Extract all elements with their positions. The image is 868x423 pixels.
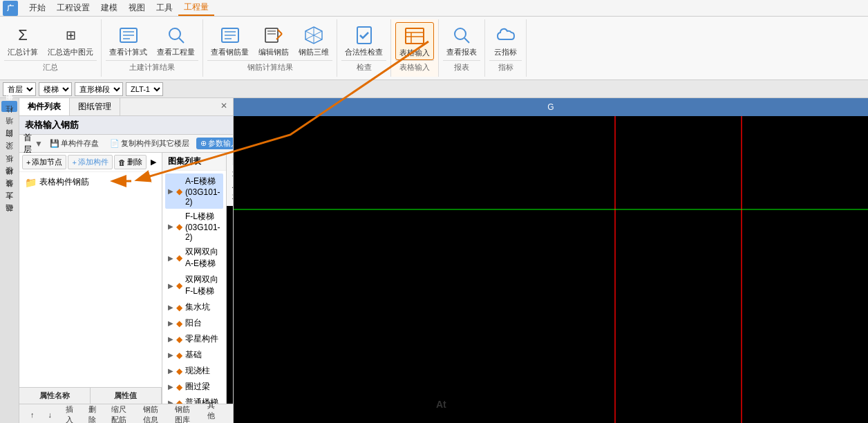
sidebar-tab-column[interactable]: 柱 xyxy=(1,113,17,124)
sidebar-tab-stair[interactable]: 楼梯 xyxy=(1,176,17,187)
menu-view[interactable]: 视图 xyxy=(123,1,151,15)
btn-other[interactable]: 其他 ▼ xyxy=(202,399,227,423)
cloud-index-label: 云指标 xyxy=(494,48,517,57)
btn-delete[interactable]: 删除 xyxy=(83,403,103,423)
tree-root-item[interactable]: 📁 表格构件钢筋 xyxy=(22,175,159,189)
btn-insert[interactable]: 插入 xyxy=(60,403,80,423)
menu-bar: 广 开始 工程设置 建模 视图 工具 工程量 xyxy=(0,0,868,17)
atlas-item-3[interactable]: ▶ ◆ 双网双向F-L楼梯 xyxy=(165,272,223,299)
atlas-item-2[interactable]: ▶ ◆ 双网双向A-E楼梯 xyxy=(165,244,223,272)
edit-rebar-button[interactable]: 编辑钢筋 xyxy=(255,22,292,59)
atlas-arrow-6: ▶ xyxy=(168,335,173,343)
table-input-label: 表格输入 xyxy=(399,48,430,57)
sum-selected-label: 汇总选中图元 xyxy=(48,48,93,57)
sidebar-tab-earthwork[interactable]: 土方 xyxy=(1,200,17,212)
view-quantity-button[interactable]: 查看工程量 xyxy=(153,22,198,59)
menu-start[interactable]: 开始 xyxy=(23,1,51,15)
type-select[interactable]: 楼梯 xyxy=(39,82,72,96)
sidebar-tab-foundation[interactable]: 基础 xyxy=(1,213,17,224)
atlas-arrow-3: ▶ xyxy=(168,282,173,290)
atlas-item-7[interactable]: ▶ ◆ 基础 xyxy=(165,347,223,363)
btn-scale-rebar[interactable]: 缩尺配筋 xyxy=(106,403,135,423)
tab-drawing-manage[interactable]: 图纸管理 xyxy=(70,98,120,115)
cad-title: G xyxy=(547,102,554,112)
prop-value-header: 属性值 xyxy=(91,388,162,404)
atlas-item-4[interactable]: ▶ ◆ 集水坑 xyxy=(165,299,223,315)
cloud-icon xyxy=(495,24,517,46)
sidebar-tab-common[interactable]: 常用 xyxy=(1,101,17,112)
sum-selected-icon: ⊞ xyxy=(59,24,82,46)
at-annotation: At xyxy=(436,399,446,410)
add-component-btn[interactable]: + 添加构件 xyxy=(68,155,112,169)
sidebar-tab-wall[interactable]: 墙 xyxy=(1,126,17,137)
atlas-icon-5: ◆ xyxy=(176,319,182,328)
atlas-item-0[interactable]: ▶ ◆ A-E楼梯(03G101-2) xyxy=(165,173,223,209)
sidebar-tab-door[interactable]: 门窗 xyxy=(1,138,17,149)
menu-tools[interactable]: 工具 xyxy=(151,1,178,15)
group-table-label: 表格输入 xyxy=(395,60,434,74)
sidebar-tab-slab[interactable]: 板 xyxy=(1,163,17,174)
panel-close-button[interactable]: ✕ xyxy=(215,98,233,115)
atlas-item-6[interactable]: ▶ ◆ 零星构件 xyxy=(165,331,223,347)
copy-floor-btn[interactable]: 📄 复制构件到其它楼层 xyxy=(106,137,194,150)
sum-calc-button[interactable]: Σ 汇总计算 xyxy=(4,22,41,59)
menu-project-settings[interactable]: 工程设置 xyxy=(51,1,95,15)
floor-select[interactable]: 首层 xyxy=(3,82,36,96)
atlas-label-4: 集水坑 xyxy=(185,301,210,313)
atlas-arrow-2: ▶ xyxy=(168,254,173,262)
group-report-label: 报表 xyxy=(443,60,480,74)
atlas-label-3: 双网双向F-L楼梯 xyxy=(185,274,220,297)
atlas-header: 图集列表 xyxy=(162,153,226,171)
subtype-select[interactable]: 直形梯段 xyxy=(75,82,123,96)
atlas-item-1[interactable]: ▶ ◆ F-L楼梯(03G101-2) xyxy=(165,209,223,244)
cad-canvas[interactable] xyxy=(234,116,868,423)
btn-up[interactable]: ↑ xyxy=(25,409,40,420)
atlas-item-9[interactable]: ▶ ◆ 圈过梁 xyxy=(165,379,223,395)
tab-component-list[interactable]: 构件列表 xyxy=(19,98,70,115)
btn-down[interactable]: ↓ xyxy=(43,409,58,420)
atlas-arrow-1: ▶ xyxy=(168,223,173,230)
sidebar-tab-decoration[interactable]: 装修 xyxy=(1,188,17,199)
delete-label: 删除 xyxy=(127,157,142,167)
sidebar-tab-beam[interactable]: 梁 xyxy=(1,151,17,162)
view-rebar-button[interactable]: 查看钢筋量 xyxy=(207,22,252,59)
floor-selector-arrow: ▼ xyxy=(35,139,43,149)
app-logo: 广 xyxy=(3,1,18,16)
add-node-btn[interactable]: + 添加节点 xyxy=(22,155,66,169)
btn-rebar-info[interactable]: 钢筋信息 xyxy=(138,403,167,423)
folder-icon: 📁 xyxy=(25,177,37,188)
rebar-3d-icon xyxy=(303,24,325,46)
atlas-label-9: 圈过梁 xyxy=(185,381,210,393)
svg-rect-20 xyxy=(406,28,424,44)
ribbon-group-table-input: 表格输入 表格输入 xyxy=(391,19,439,77)
menu-quantity[interactable]: 工程量 xyxy=(178,0,214,16)
copy-icon: 📄 xyxy=(110,139,120,148)
svg-line-5 xyxy=(179,38,184,43)
floor-selector-row: 首层 ▼ 💾 单构件存盘 📄 复制构件到其它楼层 ⊕ 参数输入 xyxy=(19,135,233,153)
atlas-arrow-4: ▶ xyxy=(168,303,173,311)
atlas-label-6: 零星构件 xyxy=(185,333,218,345)
sum-icon: Σ xyxy=(12,24,34,46)
sum-selected-button[interactable]: ⊞ 汇总选中图元 xyxy=(44,22,97,59)
view-report-button[interactable]: 查看报表 xyxy=(443,22,480,59)
table-input-button[interactable]: 表格输入 xyxy=(395,22,434,60)
param-input-btn[interactable]: ⊕ 参数输入 xyxy=(196,138,233,149)
view-calc-button[interactable]: 查看计算式 xyxy=(106,22,151,59)
btn-rebar-library[interactable]: 钢筋图库 xyxy=(169,403,198,423)
atlas-item-8[interactable]: ▶ ◆ 现浇柱 xyxy=(165,363,223,379)
code-select[interactable]: ZLT-1 xyxy=(126,82,163,96)
save-single-label: 单构件存盘 xyxy=(61,138,99,149)
legality-check-button[interactable]: 合法性检查 xyxy=(341,22,386,59)
rebar-3d-button[interactable]: 钢筋三维 xyxy=(295,22,332,59)
menu-build[interactable]: 建模 xyxy=(95,1,123,15)
delete-btn[interactable]: 🗑 删除 xyxy=(114,155,147,169)
left-sidebar: 常用 柱 墙 门窗 梁 板 楼梯 装修 土方 基础 xyxy=(0,98,19,423)
cad-line-2 xyxy=(741,116,742,423)
atlas-item-5[interactable]: ▶ ◆ 阳台 xyxy=(165,315,223,331)
atlas-icon-3: ◆ xyxy=(176,281,182,290)
save-single-btn[interactable]: 💾 单构件存盘 xyxy=(46,137,103,150)
group-tujian-label: 土建计算结果 xyxy=(106,60,198,74)
tree-more-btn[interactable]: ▶ xyxy=(148,156,159,168)
cloud-index-button[interactable]: 云指标 xyxy=(491,22,521,59)
svg-point-24 xyxy=(455,28,466,39)
